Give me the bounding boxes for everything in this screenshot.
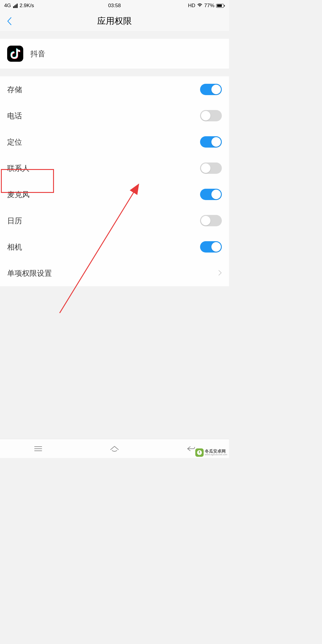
douyin-app-icon bbox=[7, 46, 23, 62]
permission-row-contacts: 联系人 bbox=[0, 155, 229, 181]
battery-percent: 77% bbox=[204, 3, 214, 9]
permissions-list: 存储 电话 定位 联系人 麦克风 日历 相机 单项权限设置 bbox=[0, 76, 229, 286]
toggle-storage[interactable] bbox=[200, 84, 222, 95]
battery-icon bbox=[216, 4, 225, 8]
status-right-group: HD 77% bbox=[188, 3, 225, 9]
permission-label: 麦克风 bbox=[7, 190, 30, 199]
watermark-icon bbox=[195, 448, 204, 457]
page-title: 应用权限 bbox=[97, 15, 132, 27]
divider bbox=[0, 69, 229, 76]
toggle-calendar[interactable] bbox=[200, 215, 222, 226]
permission-label: 存储 bbox=[7, 85, 22, 95]
permission-row-location: 定位 bbox=[0, 129, 229, 155]
navigation-bar bbox=[0, 439, 229, 458]
permission-label: 日历 bbox=[7, 216, 22, 226]
toggle-location[interactable] bbox=[200, 136, 222, 148]
watermark-title: 冬瓜安卓网 bbox=[205, 449, 227, 453]
permission-row-phone: 电话 bbox=[0, 103, 229, 129]
app-header-row: 抖音 bbox=[0, 39, 229, 69]
header-bar: 应用权限 bbox=[0, 11, 229, 31]
watermark: 冬瓜安卓网 www.dgxcdz168.com bbox=[195, 448, 227, 457]
signal-icon bbox=[13, 4, 18, 8]
nav-home-button[interactable] bbox=[108, 444, 121, 453]
hd-label: HD bbox=[188, 3, 195, 9]
app-name-label: 抖音 bbox=[30, 49, 45, 59]
status-left-group: 4G 2.9K/s bbox=[4, 3, 34, 9]
toggle-microphone[interactable] bbox=[200, 189, 222, 200]
permission-label: 定位 bbox=[7, 137, 22, 147]
toggle-contacts[interactable] bbox=[200, 162, 222, 174]
permission-row-camera: 相机 bbox=[0, 234, 229, 260]
chevron-right-icon bbox=[218, 269, 222, 278]
status-time: 03:58 bbox=[108, 3, 121, 9]
divider bbox=[0, 31, 229, 39]
permission-label: 相机 bbox=[7, 242, 22, 252]
back-button[interactable] bbox=[7, 17, 13, 26]
advanced-permissions-label: 单项权限设置 bbox=[7, 268, 52, 278]
toggle-phone[interactable] bbox=[200, 110, 222, 121]
network-speed: 2.9K/s bbox=[20, 3, 34, 9]
advanced-permissions-row[interactable]: 单项权限设置 bbox=[0, 260, 229, 286]
permission-row-calendar: 日历 bbox=[0, 208, 229, 234]
permission-row-microphone: 麦克风 bbox=[0, 181, 229, 208]
watermark-url: www.dgxcdz168.com bbox=[205, 453, 227, 456]
nav-recent-button[interactable] bbox=[32, 444, 44, 453]
status-bar: 4G 2.9K/s 03:58 HD 77% bbox=[0, 0, 229, 11]
permission-label: 联系人 bbox=[7, 163, 30, 173]
watermark-text: 冬瓜安卓网 www.dgxcdz168.com bbox=[205, 449, 227, 456]
toggle-camera[interactable] bbox=[200, 241, 222, 253]
network-type: 4G bbox=[4, 3, 11, 9]
permission-label: 电话 bbox=[7, 111, 22, 121]
permission-row-storage: 存储 bbox=[0, 76, 229, 103]
wifi-icon bbox=[197, 3, 202, 9]
